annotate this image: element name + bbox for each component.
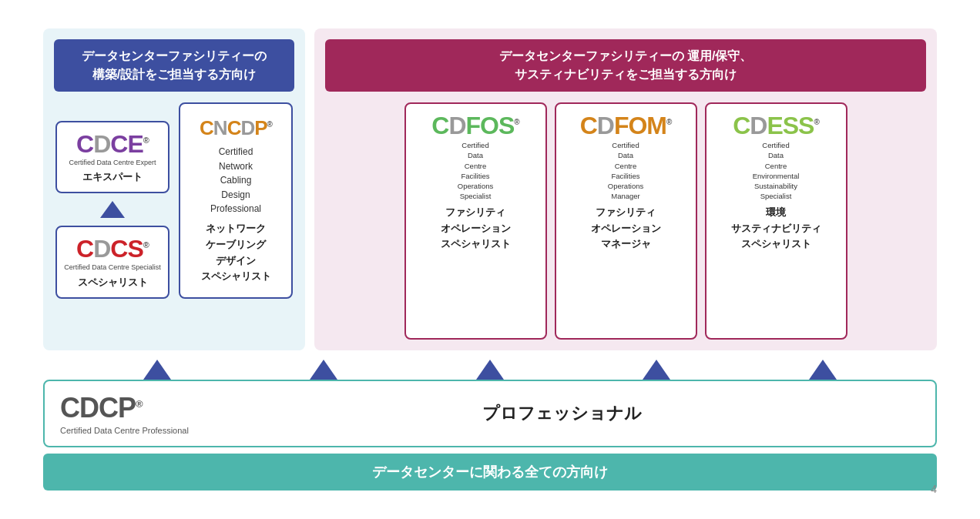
cdcp-subtitle: Certified Data Centre Professional: [60, 426, 189, 435]
cncdp-card: CNCDP® CertifiedNetworkCablingDesignProf…: [179, 102, 293, 299]
cdfos-desc: CertifiedDataCentreFacilitiesOperationsS…: [412, 140, 539, 202]
right-panel-header: データセンターファシリティーの 運用/保守、サスティナビリティをご担当する方向け: [325, 39, 926, 92]
bottom-banner: データセンターに関わる全ての方向け: [43, 454, 937, 491]
top-section: データセンターファシリティーの 構築/設計をご担当する方向け CDCE® Cer…: [43, 28, 937, 350]
cdce-arrow: [100, 201, 125, 218]
cdess-ja: 環境サスティナビリティスペシャリスト: [713, 205, 840, 253]
cdce-card: CDCE® Certified Data Centre Expert エキスパー…: [55, 121, 169, 194]
cdcs-card: CDCS® Certified Data Centre Specialist ス…: [55, 226, 169, 299]
slide: データセンターファシリティーの 構築/設計をご担当する方向け CDCE® Cer…: [28, 13, 952, 506]
arrow-cdfos: [476, 360, 504, 380]
cdcp-bar: CDCP® Certified Data Centre Professional…: [43, 380, 937, 447]
arrows-row: [43, 360, 937, 380]
cdfom-desc: CertifiedDataCentreFacilitiesOperationsM…: [562, 140, 690, 202]
cdfos-logo: CDFOS®: [412, 112, 539, 140]
cncdp-logo: CNCDP®: [186, 116, 285, 140]
cdce-subtitle: Certified Data Centre Expert: [63, 159, 162, 168]
cdcp-ja: プロフェッショナル: [204, 402, 920, 425]
right-panel: データセンターファシリティーの 運用/保守、サスティナビリティをご担当する方向け…: [314, 28, 937, 350]
cdfom-logo: CDFOM®: [562, 112, 690, 140]
left-cards: CDCE® Certified Data Centre Expert エキスパー…: [54, 102, 294, 299]
arrow-cncdp: [310, 360, 337, 380]
left-panel: データセンターファシリティーの 構築/設計をご担当する方向け CDCE® Cer…: [43, 28, 305, 350]
right-cards: CDFOS® CertifiedDataCentreFacilitiesOper…: [325, 102, 926, 340]
cdce-ja: エキスパート: [63, 170, 162, 184]
cncdp-desc: CertifiedNetworkCablingDesignProfessiona…: [186, 145, 285, 216]
cdcs-logo: CDCS®: [63, 235, 162, 263]
cncdp-column: CNCDP® CertifiedNetworkCablingDesignProf…: [177, 102, 294, 299]
cdcs-subtitle: Certified Data Centre Specialist: [63, 263, 162, 273]
cdess-desc: CertifiedDataCentreEnvironmentalSustaina…: [713, 140, 840, 202]
cncdp-ja: ネットワークケーブリングデザインスペシャリスト: [186, 221, 285, 285]
cdess-logo: CDESS®: [713, 112, 840, 140]
cdfos-ja: ファシリティオペレーションスペシャリスト: [412, 205, 539, 253]
bottom-section: CDCP® Certified Data Centre Professional…: [43, 360, 937, 491]
cdess-card: CDESS® CertifiedDataCentreEnvironmentalS…: [705, 102, 847, 340]
cdcs-ja: スペシャリスト: [63, 276, 162, 290]
arrow-cdess: [809, 360, 837, 380]
cdcp-logo: CDCP®: [60, 392, 143, 424]
cdcp-left: CDCP® Certified Data Centre Professional: [60, 392, 189, 435]
cdfom-ja: ファシリティオペレーションマネージャ: [562, 205, 690, 253]
left-panel-header: データセンターファシリティーの 構築/設計をご担当する方向け: [54, 39, 294, 92]
cdfom-card: CDFOM® CertifiedDataCentreFacilitiesOper…: [555, 102, 697, 340]
cdfos-card: CDFOS® CertifiedDataCentreFacilitiesOper…: [404, 102, 547, 340]
arrow-cdcs: [143, 360, 171, 380]
page-number: 4: [931, 483, 937, 495]
cdce-logo: CDCE®: [63, 130, 162, 159]
left-column: CDCE® Certified Data Centre Expert エキスパー…: [54, 121, 171, 299]
arrow-cdfom: [643, 360, 670, 380]
